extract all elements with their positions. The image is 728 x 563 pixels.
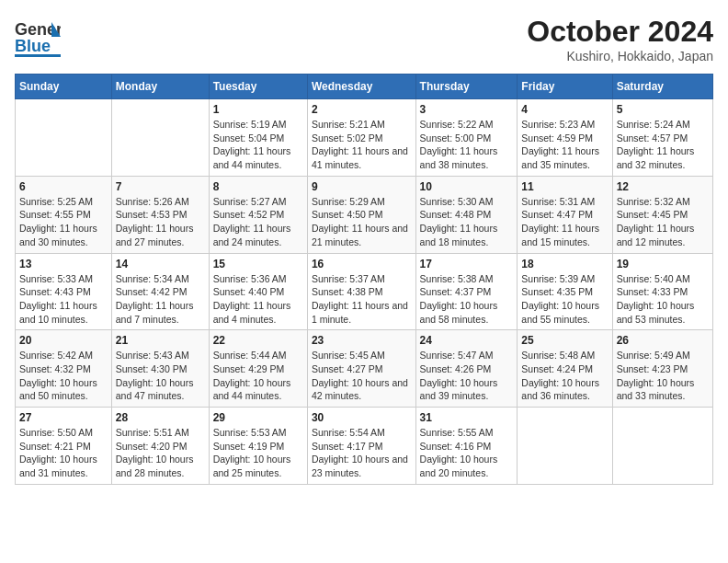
day-number: 5 xyxy=(617,103,709,116)
day-number: 10 xyxy=(420,180,514,193)
day-number: 26 xyxy=(617,334,709,347)
day-number: 12 xyxy=(617,180,709,193)
day-info: Sunrise: 5:48 AMSunset: 4:24 PMDaylight:… xyxy=(521,349,608,403)
day-number: 31 xyxy=(420,411,514,424)
week-row-5: 27Sunrise: 5:50 AMSunset: 4:21 PMDayligh… xyxy=(16,408,713,485)
day-number: 21 xyxy=(116,334,205,347)
day-cell: 5Sunrise: 5:24 AMSunset: 4:57 PMDaylight… xyxy=(612,99,712,177)
day-number: 30 xyxy=(312,411,412,424)
day-cell: 22Sunrise: 5:44 AMSunset: 4:29 PMDayligh… xyxy=(209,330,307,408)
day-number: 6 xyxy=(19,180,108,193)
day-info: Sunrise: 5:38 AMSunset: 4:37 PMDaylight:… xyxy=(420,272,514,327)
weekday-header-row: SundayMondayTuesdayWednesdayThursdayFrid… xyxy=(16,75,713,99)
day-cell: 15Sunrise: 5:36 AMSunset: 4:40 PMDayligh… xyxy=(209,253,307,330)
day-info: Sunrise: 5:26 AMSunset: 4:53 PMDaylight:… xyxy=(116,195,205,249)
day-number: 16 xyxy=(312,258,412,270)
day-info: Sunrise: 5:34 AMSunset: 4:42 PMDaylight:… xyxy=(116,272,205,327)
day-number: 9 xyxy=(312,180,412,193)
day-info: Sunrise: 5:53 AMSunset: 4:19 PMDaylight:… xyxy=(213,426,303,480)
week-row-1: 1Sunrise: 5:19 AMSunset: 5:04 PMDaylight… xyxy=(16,99,713,177)
day-cell: 7Sunrise: 5:26 AMSunset: 4:53 PMDaylight… xyxy=(111,176,209,253)
weekday-header-tuesday: Tuesday xyxy=(209,75,307,99)
day-cell xyxy=(612,408,712,485)
day-cell: 31Sunrise: 5:55 AMSunset: 4:16 PMDayligh… xyxy=(415,408,518,485)
week-row-2: 6Sunrise: 5:25 AMSunset: 4:55 PMDaylight… xyxy=(16,176,713,253)
day-info: Sunrise: 5:29 AMSunset: 4:50 PMDaylight:… xyxy=(312,195,412,249)
day-cell: 19Sunrise: 5:40 AMSunset: 4:33 PMDayligh… xyxy=(612,253,712,330)
day-cell: 11Sunrise: 5:31 AMSunset: 4:47 PMDayligh… xyxy=(518,176,612,253)
day-number: 29 xyxy=(213,411,303,424)
day-number: 15 xyxy=(213,258,303,270)
week-row-4: 20Sunrise: 5:42 AMSunset: 4:32 PMDayligh… xyxy=(16,330,713,408)
weekday-header-wednesday: Wednesday xyxy=(307,75,415,99)
day-info: Sunrise: 5:44 AMSunset: 4:29 PMDaylight:… xyxy=(213,349,303,403)
day-info: Sunrise: 5:47 AMSunset: 4:26 PMDaylight:… xyxy=(420,349,514,403)
day-cell: 18Sunrise: 5:39 AMSunset: 4:35 PMDayligh… xyxy=(518,253,612,330)
day-info: Sunrise: 5:42 AMSunset: 4:32 PMDaylight:… xyxy=(19,349,108,403)
day-cell: 10Sunrise: 5:30 AMSunset: 4:48 PMDayligh… xyxy=(415,176,518,253)
day-info: Sunrise: 5:25 AMSunset: 4:55 PMDaylight:… xyxy=(19,195,108,249)
weekday-header-sunday: Sunday xyxy=(16,75,112,99)
day-cell: 8Sunrise: 5:27 AMSunset: 4:52 PMDaylight… xyxy=(209,176,307,253)
day-info: Sunrise: 5:23 AMSunset: 4:59 PMDaylight:… xyxy=(521,118,608,172)
day-info: Sunrise: 5:43 AMSunset: 4:30 PMDaylight:… xyxy=(116,349,205,403)
day-number: 1 xyxy=(213,103,303,116)
page-header: General Blue October 2024 Kushiro, Hokka… xyxy=(15,15,713,64)
day-info: Sunrise: 5:50 AMSunset: 4:21 PMDaylight:… xyxy=(19,426,108,480)
day-number: 27 xyxy=(19,411,108,424)
day-cell: 28Sunrise: 5:51 AMSunset: 4:20 PMDayligh… xyxy=(111,408,209,485)
day-number: 17 xyxy=(420,258,514,270)
weekday-header-friday: Friday xyxy=(518,75,612,99)
day-cell xyxy=(518,408,612,485)
day-info: Sunrise: 5:19 AMSunset: 5:04 PMDaylight:… xyxy=(213,118,303,172)
day-info: Sunrise: 5:37 AMSunset: 4:38 PMDaylight:… xyxy=(312,272,412,327)
day-cell: 14Sunrise: 5:34 AMSunset: 4:42 PMDayligh… xyxy=(111,253,209,330)
day-cell: 30Sunrise: 5:54 AMSunset: 4:17 PMDayligh… xyxy=(307,408,415,485)
day-number: 25 xyxy=(521,334,608,347)
day-cell: 20Sunrise: 5:42 AMSunset: 4:32 PMDayligh… xyxy=(16,330,112,408)
day-cell: 25Sunrise: 5:48 AMSunset: 4:24 PMDayligh… xyxy=(518,330,612,408)
day-info: Sunrise: 5:22 AMSunset: 5:00 PMDaylight:… xyxy=(420,118,514,172)
day-number: 19 xyxy=(617,258,709,270)
week-row-3: 13Sunrise: 5:33 AMSunset: 4:43 PMDayligh… xyxy=(16,253,713,330)
day-number: 3 xyxy=(420,103,514,116)
day-number: 8 xyxy=(213,180,303,193)
day-number: 23 xyxy=(312,334,412,347)
weekday-header-thursday: Thursday xyxy=(415,75,518,99)
day-info: Sunrise: 5:54 AMSunset: 4:17 PMDaylight:… xyxy=(312,426,412,480)
title-block: October 2024 Kushiro, Hokkaido, Japan xyxy=(527,15,713,63)
day-cell: 1Sunrise: 5:19 AMSunset: 5:04 PMDaylight… xyxy=(209,99,307,177)
day-cell: 21Sunrise: 5:43 AMSunset: 4:30 PMDayligh… xyxy=(111,330,209,408)
day-cell: 9Sunrise: 5:29 AMSunset: 4:50 PMDaylight… xyxy=(307,176,415,253)
day-cell: 23Sunrise: 5:45 AMSunset: 4:27 PMDayligh… xyxy=(307,330,415,408)
day-number: 22 xyxy=(213,334,303,347)
day-cell: 4Sunrise: 5:23 AMSunset: 4:59 PMDaylight… xyxy=(518,99,612,177)
day-info: Sunrise: 5:45 AMSunset: 4:27 PMDaylight:… xyxy=(312,349,412,403)
day-cell: 26Sunrise: 5:49 AMSunset: 4:23 PMDayligh… xyxy=(612,330,712,408)
day-cell: 2Sunrise: 5:21 AMSunset: 5:02 PMDaylight… xyxy=(307,99,415,177)
svg-text:Blue: Blue xyxy=(15,37,51,55)
day-number: 4 xyxy=(521,103,608,116)
day-info: Sunrise: 5:27 AMSunset: 4:52 PMDaylight:… xyxy=(213,195,303,249)
day-info: Sunrise: 5:30 AMSunset: 4:48 PMDaylight:… xyxy=(420,195,514,249)
day-cell: 16Sunrise: 5:37 AMSunset: 4:38 PMDayligh… xyxy=(307,253,415,330)
day-info: Sunrise: 5:32 AMSunset: 4:45 PMDaylight:… xyxy=(617,195,709,249)
day-number: 20 xyxy=(19,334,108,347)
weekday-header-saturday: Saturday xyxy=(612,75,712,99)
logo-icon: General Blue xyxy=(15,15,61,64)
day-cell: 13Sunrise: 5:33 AMSunset: 4:43 PMDayligh… xyxy=(16,253,112,330)
day-cell xyxy=(16,99,112,177)
day-info: Sunrise: 5:40 AMSunset: 4:33 PMDaylight:… xyxy=(617,272,709,327)
day-info: Sunrise: 5:39 AMSunset: 4:35 PMDaylight:… xyxy=(521,272,608,327)
logo: General Blue xyxy=(15,15,64,64)
day-cell: 29Sunrise: 5:53 AMSunset: 4:19 PMDayligh… xyxy=(209,408,307,485)
day-number: 11 xyxy=(521,180,608,193)
day-cell: 17Sunrise: 5:38 AMSunset: 4:37 PMDayligh… xyxy=(415,253,518,330)
day-cell: 12Sunrise: 5:32 AMSunset: 4:45 PMDayligh… xyxy=(612,176,712,253)
day-cell: 6Sunrise: 5:25 AMSunset: 4:55 PMDaylight… xyxy=(16,176,112,253)
calendar-subtitle: Kushiro, Hokkaido, Japan xyxy=(527,49,713,63)
day-number: 18 xyxy=(521,258,608,270)
day-info: Sunrise: 5:55 AMSunset: 4:16 PMDaylight:… xyxy=(420,426,514,480)
day-number: 28 xyxy=(116,411,205,424)
day-info: Sunrise: 5:49 AMSunset: 4:23 PMDaylight:… xyxy=(617,349,709,403)
